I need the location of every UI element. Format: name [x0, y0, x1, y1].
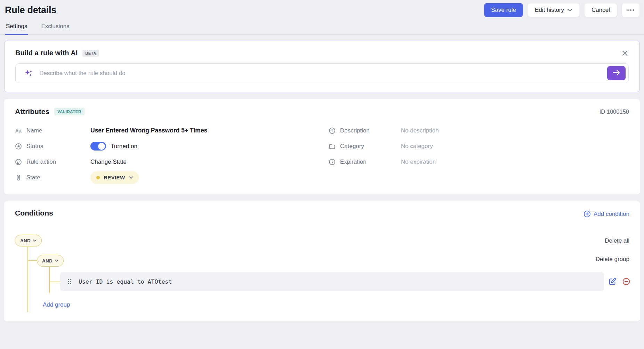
category-value: No category: [401, 143, 433, 150]
attr-row-state: State REVIEW: [15, 170, 329, 185]
delete-group-button[interactable]: Delete group: [596, 256, 629, 263]
status-label: Status: [26, 143, 43, 150]
attr-row-rule-action: Rule action Change State: [15, 154, 329, 170]
root-operator-select[interactable]: AND: [15, 235, 42, 246]
attr-row-name: Aa Name User Entered Wrong Password 5+ T…: [15, 123, 329, 138]
clock-icon: [329, 159, 336, 165]
delete-all-button[interactable]: Delete all: [605, 237, 629, 244]
info-icon: [329, 127, 336, 134]
page-title: Rule details: [5, 5, 56, 16]
group-operator-value: AND: [42, 258, 53, 263]
condition-row-actions: [608, 277, 631, 286]
state-icon: [15, 174, 22, 181]
rule-action-icon: [15, 159, 22, 165]
category-label: Category: [340, 143, 364, 150]
tab-bar: Settings Exclusions: [0, 23, 644, 35]
name-icon: Aa: [15, 127, 22, 134]
condition-row[interactable]: User ID is equal to ATOtest: [60, 272, 604, 291]
validated-badge: VALIDATED: [54, 108, 84, 115]
tab-settings[interactable]: Settings: [5, 23, 28, 35]
expiration-value: No expiration: [401, 159, 436, 165]
conditions-card: Conditions Add condition Delete all Dele…: [4, 201, 640, 321]
tree-line-vertical-root: [27, 247, 28, 312]
expiration-label: Expiration: [340, 159, 367, 165]
rule-name-value: User Entered Wrong Password 5+ Times: [90, 127, 207, 134]
attributes-right-column: Description No description Category No c…: [329, 123, 629, 185]
description-value: No description: [401, 127, 439, 134]
state-select[interactable]: REVIEW: [90, 171, 139, 184]
header: Rule details Save rule Edit history Canc…: [0, 0, 644, 17]
state-label: State: [26, 174, 40, 181]
ai-card-title: Build a rule with AI: [15, 49, 78, 57]
tree-line-vertical-group: [49, 267, 50, 293]
ellipsis-icon: [627, 9, 634, 11]
chevron-down-icon: [33, 240, 37, 242]
drag-handle-icon[interactable]: [68, 279, 72, 285]
status-icon: [15, 143, 22, 150]
ai-prompt-input[interactable]: [39, 70, 601, 77]
name-label: Name: [26, 127, 42, 134]
add-condition-button[interactable]: Add condition: [583, 210, 629, 218]
close-icon[interactable]: [621, 49, 629, 57]
attr-row-expiration: Expiration No expiration: [329, 154, 629, 170]
attributes-card: Attributes VALIDATED ID 1000150 Aa Name …: [4, 99, 640, 194]
root-operator-value: AND: [20, 238, 31, 243]
attr-row-category: Category No category: [329, 138, 629, 154]
status-toggle[interactable]: [90, 142, 106, 151]
folder-icon: [329, 143, 336, 150]
ai-builder-card: Build a rule with AI BETA: [4, 41, 640, 92]
beta-badge: BETA: [82, 50, 99, 57]
cancel-button[interactable]: Cancel: [584, 3, 617, 17]
conditions-title: Conditions: [15, 209, 53, 217]
header-actions: Save rule Edit history Cancel: [484, 3, 640, 17]
description-label: Description: [340, 127, 370, 134]
ai-submit-button[interactable]: [607, 66, 626, 80]
plus-circle-icon: [583, 210, 591, 218]
condition-text: User ID is equal to ATOtest: [79, 278, 172, 285]
chevron-down-icon: [567, 7, 572, 14]
tab-exclusions[interactable]: Exclusions: [40, 23, 70, 34]
edit-history-label: Edit history: [535, 7, 564, 14]
attributes-left-column: Aa Name User Entered Wrong Password 5+ T…: [15, 123, 329, 185]
rule-id: ID 1000150: [599, 108, 629, 115]
add-condition-label: Add condition: [594, 211, 629, 218]
arrow-right-icon: [613, 70, 620, 77]
remove-condition-icon[interactable]: [622, 277, 631, 286]
rule-action-value: Change State: [90, 159, 127, 165]
edit-condition-icon[interactable]: [608, 277, 617, 286]
chevron-down-icon: [129, 176, 133, 179]
attributes-title: Attributes: [15, 107, 49, 116]
attr-row-description: Description No description: [329, 123, 629, 138]
ai-prompt-field: [15, 63, 629, 83]
rule-action-label: Rule action: [26, 159, 56, 165]
status-value: Turned on: [111, 143, 137, 150]
save-rule-button[interactable]: Save rule: [484, 3, 523, 17]
more-button[interactable]: [622, 3, 640, 17]
tree-line-branch-condition: [49, 282, 60, 282]
tree-line-branch-group: [27, 260, 37, 261]
attr-row-status: Status Turned on: [15, 138, 329, 154]
sparkle-icon: [24, 69, 33, 78]
state-value: REVIEW: [104, 174, 125, 180]
chevron-down-icon: [55, 260, 58, 262]
edit-history-button[interactable]: Edit history: [528, 3, 580, 17]
add-group-button[interactable]: Add group: [43, 301, 70, 308]
group-operator-select[interactable]: AND: [37, 255, 64, 267]
state-dot-icon: [96, 176, 100, 179]
